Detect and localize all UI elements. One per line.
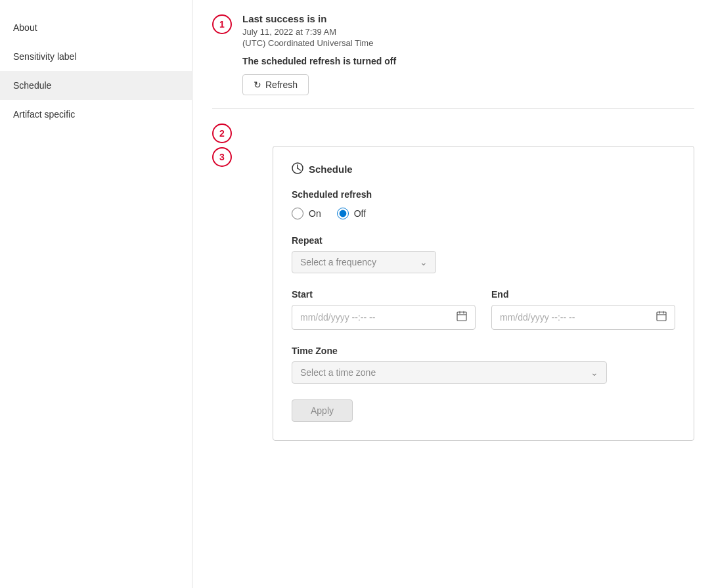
repeat-placeholder: Select a frequency [300, 257, 376, 267]
scheduled-refresh-radio-group: On Off [292, 208, 675, 219]
step-1-badge: 1 [212, 14, 232, 34]
chevron-down-icon: ⌄ [420, 257, 428, 267]
sidebar-item-artifact-specific[interactable]: Artifact specific [0, 100, 192, 129]
sidebar: About Sensitivity label Schedule Artifac… [0, 0, 192, 588]
last-success-tz: (UTC) Coordinated Universal Time [242, 38, 694, 48]
main-content: 1 Last success is in July 11, 2022 at 7:… [192, 0, 714, 588]
repeat-label: Repeat [292, 235, 675, 246]
radio-off-input[interactable] [337, 208, 349, 219]
repeat-dropdown[interactable]: Select a frequency ⌄ [292, 251, 436, 273]
timezone-label: Time Zone [292, 346, 675, 356]
clock-icon [292, 162, 303, 176]
radio-off-option[interactable]: Off [337, 208, 366, 219]
start-label: Start [292, 289, 476, 300]
page-layout: About Sensitivity label Schedule Artifac… [0, 0, 714, 588]
radio-on-input[interactable] [292, 208, 303, 219]
schedule-card-header: Schedule [292, 162, 675, 176]
schedule-card: Schedule Scheduled refresh On Off [273, 146, 694, 441]
end-label: End [491, 289, 675, 300]
end-date-input[interactable]: mm/dd/yyyy --:-- -- [491, 305, 675, 330]
refresh-button[interactable]: ↻ Refresh [242, 74, 309, 95]
svg-rect-3 [457, 312, 466, 321]
last-success-date: July 11, 2022 at 7:39 AM [242, 27, 694, 37]
sidebar-item-sensitivity-label[interactable]: Sensitivity label [0, 42, 192, 71]
timezone-placeholder: Select a time zone [300, 367, 376, 378]
sidebar-item-schedule[interactable]: Schedule [0, 71, 192, 100]
step-2-badge: 2 [212, 124, 232, 143]
last-success-title: Last success is in [242, 13, 694, 24]
svg-line-2 [298, 168, 300, 170]
date-row: Start mm/dd/yyyy --:-- -- [292, 289, 675, 330]
radio-on-option[interactable]: On [292, 208, 321, 219]
schedule-section-title: Schedule [309, 164, 353, 175]
end-calendar-icon [656, 311, 667, 324]
step-3-content: Schedule Scheduled refresh On Off [242, 146, 694, 441]
start-calendar-icon [457, 311, 467, 324]
timezone-chevron-icon: ⌄ [591, 367, 598, 378]
end-field: End mm/dd/yyyy --:-- -- [491, 289, 675, 330]
apply-button[interactable]: Apply [292, 399, 353, 422]
svg-rect-7 [657, 312, 666, 321]
step-3-section: 3 Schedule [212, 146, 694, 441]
start-field: Start mm/dd/yyyy --:-- -- [292, 289, 476, 330]
radio-on-label: On [309, 208, 321, 219]
divider-1 [212, 108, 694, 109]
refresh-icon: ↻ [254, 79, 261, 90]
sidebar-item-about[interactable]: About [0, 13, 192, 42]
end-date-placeholder: mm/dd/yyyy --:-- -- [500, 312, 656, 323]
step-3-badge: 3 [212, 147, 232, 167]
start-date-input[interactable]: mm/dd/yyyy --:-- -- [292, 305, 476, 330]
step-2-section: 2 [212, 122, 694, 143]
radio-off-label: Off [354, 208, 366, 219]
start-date-placeholder: mm/dd/yyyy --:-- -- [300, 312, 457, 323]
scheduled-refresh-label: Scheduled refresh [292, 189, 675, 200]
step-1-content: Last success is in July 11, 2022 at 7:39… [242, 13, 694, 95]
refresh-status-text: The scheduled refresh is turned off [242, 56, 694, 66]
timezone-dropdown[interactable]: Select a time zone ⌄ [292, 361, 607, 384]
step-1-section: 1 Last success is in July 11, 2022 at 7:… [212, 13, 694, 95]
